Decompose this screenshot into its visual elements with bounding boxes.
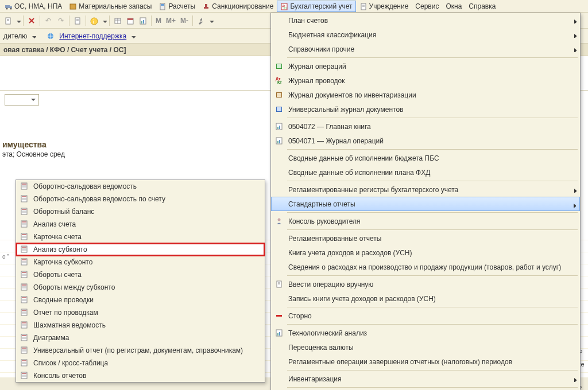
menu-item[interactable]: Регламентные операции завершения отчетны…: [271, 354, 580, 369]
tb-chart-icon[interactable]: [137, 15, 149, 26]
menu-help[interactable]: Справка: [465, 1, 499, 12]
submenu-item[interactable]: Обороты счета: [16, 268, 265, 281]
menu-item[interactable]: Стандартные отчеты: [271, 197, 580, 211]
menu-sanction[interactable]: Санкционирование: [199, 1, 277, 12]
caret-icon[interactable]: [101, 18, 107, 24]
menu-item[interactable]: Бюджетная классификация: [271, 28, 580, 42]
menu-windows[interactable]: Окна: [442, 1, 465, 12]
submenu-item[interactable]: Анализ счета: [16, 218, 265, 231]
dtkt-icon: [273, 76, 286, 85]
menu-separator: [287, 229, 578, 230]
menu-separator: [287, 181, 578, 181]
submenu-item-label: Диаграмма: [31, 334, 253, 342]
submenu-arrow-icon: [572, 32, 577, 40]
menu-item[interactable]: Ввести операцию вручную: [271, 277, 580, 291]
submenu-item[interactable]: Универсальный отчет (по регистрам, докум…: [16, 344, 265, 357]
menu-item-label: Бюджетная классификация: [286, 31, 568, 39]
menu-item[interactable]: Сведения о расходах на производство и пр…: [271, 260, 580, 274]
menu-item[interactable]: Регламентированные отчеты: [271, 231, 580, 245]
menu-os[interactable]: ОС, НМА, НПА: [1, 1, 65, 12]
tb-table-icon[interactable]: [112, 15, 123, 26]
menu-item[interactable]: Журнал операций: [271, 59, 580, 73]
caret-icon[interactable]: [15, 18, 21, 24]
menu-item[interactable]: Сводные данные об исполнении плана ФХД: [271, 165, 580, 180]
globe-icon: [47, 32, 56, 41]
tb-new-icon[interactable]: [2, 15, 14, 26]
menu-item[interactable]: Книга учета доходов и расходов (УСН): [271, 245, 580, 260]
menu-item-label: Регламентированные отчеты: [286, 235, 568, 243]
submenu-item[interactable]: Шахматная ведомость: [16, 319, 265, 332]
menu-item-label: Ввести операцию вручную: [286, 280, 568, 288]
doc-chart-icon: [273, 122, 286, 131]
tb-redo-icon[interactable]: ↷: [55, 15, 67, 26]
book-brown-icon: [273, 91, 286, 100]
menu-separator: [287, 387, 578, 388]
menu-item-label: Переоценка валюты: [286, 344, 568, 352]
caret-icon[interactable]: [208, 18, 214, 24]
menu-item[interactable]: 0504072 — Главная книга: [271, 119, 580, 134]
menu-materials[interactable]: Материальные запасы: [65, 1, 155, 12]
menu-item-label: Журнал проводок: [286, 77, 568, 85]
tb-wrench-icon[interactable]: [195, 15, 207, 26]
menu-item[interactable]: Универсальный журнал документов: [271, 102, 580, 116]
caret-icon[interactable]: [130, 33, 136, 39]
submenu-item[interactable]: Сводные проводки: [16, 294, 265, 306]
submenu-item[interactable]: Карточка счета: [16, 231, 265, 243]
report-icon: [18, 232, 31, 241]
separator: [23, 15, 24, 26]
menu-accounting[interactable]: Бухгалтерский учет: [277, 1, 355, 12]
tb-undo-icon[interactable]: ↶: [42, 15, 54, 26]
submenu-item[interactable]: Диаграмма: [16, 332, 265, 344]
submenu-item[interactable]: Оборотно-сальдовая ведомость по счету: [16, 193, 265, 205]
menu-item[interactable]: Переоценка валюты: [271, 340, 580, 354]
menu-item[interactable]: Консоль руководителя: [271, 214, 580, 228]
menu-org[interactable]: Учреждение: [356, 1, 412, 12]
report-icon: [18, 258, 31, 267]
menu-item-label: Регламентные операции завершения отчетны…: [286, 358, 568, 366]
submenu-item[interactable]: Анализ субконто: [16, 243, 265, 256]
submenu-arrow-icon: [572, 186, 577, 194]
menu-item-label: Справочники прочие: [286, 45, 568, 53]
menu-item[interactable]: План счетов: [271, 13, 580, 28]
submenu-item[interactable]: Список / кросс-таблица: [16, 357, 265, 369]
tb-mminus[interactable]: M-: [179, 17, 190, 25]
menu-calcs[interactable]: Расчеты: [155, 1, 199, 12]
menu-item-label: Консоль руководителя: [286, 217, 568, 225]
tb-delete-icon[interactable]: [26, 15, 37, 26]
menu-item-label: Инвентаризация: [286, 375, 568, 383]
submenu-item[interactable]: Карточка субконто: [16, 256, 265, 268]
menu-item[interactable]: Регламентированные регистры бухгалтерско…: [271, 182, 580, 197]
submenu-item[interactable]: Отчет по проводкам: [16, 306, 265, 319]
submenu-item[interactable]: Оборотно-сальдовая ведомость: [16, 180, 265, 193]
report-icon: [18, 245, 31, 254]
combo-field[interactable]: [5, 94, 39, 106]
tb-cal-icon[interactable]: [125, 15, 136, 26]
menu-item[interactable]: Журнал документов по инвентаризации: [271, 88, 580, 102]
tb-m[interactable]: M: [154, 17, 163, 25]
doc-new-icon: [273, 280, 286, 289]
submenu-item[interactable]: Обороты между субконто: [16, 281, 265, 294]
menu-item-label: Универсальный журнал документов: [286, 106, 568, 114]
menu-item-label: Сводные данные об исполнении плана ФХД: [286, 169, 568, 177]
menu-item[interactable]: Сторно: [271, 309, 580, 323]
menu-item[interactable]: Журнал проводок: [271, 73, 580, 88]
subbar-left-label: дителю: [3, 32, 27, 40]
internet-support-link[interactable]: Интернет-поддержка: [59, 32, 126, 40]
menu-item[interactable]: Справочники прочие: [271, 42, 580, 56]
menu-item[interactable]: Запись книги учета доходов и расходов (У…: [271, 291, 580, 306]
report-icon: [18, 207, 31, 216]
submenu-arrow-icon: [572, 17, 577, 25]
caret-icon[interactable]: [30, 33, 36, 39]
submenu-item-label: Анализ счета: [31, 220, 253, 228]
menu-item[interactable]: Инвентаризация: [271, 372, 580, 386]
tb-mplus[interactable]: M+: [164, 17, 177, 25]
submenu-item[interactable]: Оборотный баланс: [16, 205, 265, 218]
menu-item[interactable]: 0504071 — Журнал операций: [271, 134, 580, 148]
tb-info-icon[interactable]: [88, 15, 100, 26]
menu-item[interactable]: Технологический анализ: [271, 326, 580, 340]
menu-service[interactable]: Сервис: [412, 1, 442, 12]
submenu-item[interactable]: Консоль отчетов: [16, 369, 265, 382]
menu-item[interactable]: Сводные данные об исполнении бюджета ПБС: [271, 151, 580, 165]
tb-copy-icon[interactable]: [72, 15, 83, 26]
menu-item-label: Журнал операций: [286, 63, 568, 71]
